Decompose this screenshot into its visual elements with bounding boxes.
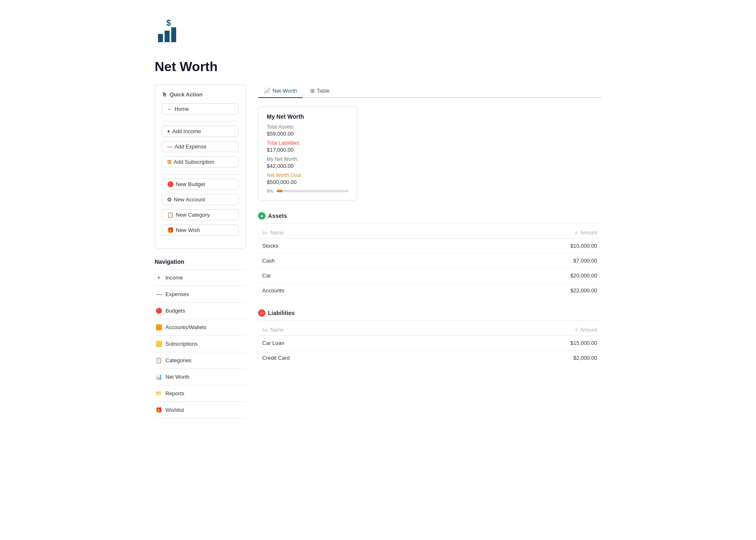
tab-table-icon: ⊞ — [310, 88, 315, 94]
subscriptions-nav-label: Subscriptions — [165, 341, 198, 347]
my-net-worth-value: $42,000.00 — [267, 163, 349, 169]
liabilities-minus-icon: − — [258, 309, 266, 317]
asset-amount-cell: $22,000.00 — [417, 283, 601, 298]
asset-amount-cell: $10,000.00 — [417, 239, 601, 253]
subscriptions-nav-icon: 🟨 — [156, 341, 162, 347]
total-liabilities-label: Total Liabilities: — [267, 140, 349, 146]
nav-divider-income — [155, 286, 246, 286]
assets-table: Aa Name # Amount Stocks $10,000.00 Cash … — [258, 227, 601, 298]
total-assets-value: $59,000.00 — [267, 131, 349, 137]
app-logo: $ — [155, 17, 184, 45]
wishlist-nav-icon: 🎁 — [156, 407, 162, 413]
qa-budget-account-row: 🔴 New Budget ⊙ New Account 📋 New Categor… — [162, 179, 239, 238]
nw-card-title: My Net Worth — [267, 113, 349, 120]
asset-amount-cell: $7,000.00 — [417, 253, 601, 268]
nav-divider-subscriptions — [155, 352, 246, 352]
net-worth-card: My Net Worth Total Assets: $59,000.00 To… — [258, 106, 357, 201]
sidebar-item-expenses[interactable]: — Expenses — [155, 289, 246, 300]
subscription-icon: ⊞ — [167, 159, 172, 165]
asset-name-cell: Accounts — [258, 283, 417, 298]
expenses-nav-label: Expenses — [165, 291, 189, 297]
content-area: 📈 Net-Worth ⊞ Table My Net Worth Total A… — [258, 84, 601, 421]
table-row: Accounts $22,000.00 — [258, 283, 601, 298]
nw-progress-bar — [277, 190, 349, 192]
svg-text:$: $ — [166, 18, 171, 27]
nw-progress-percent: 8% — [267, 189, 273, 194]
new-wish-button[interactable]: 🎁 New Wish — [162, 225, 239, 236]
quick-action-title: 🖱 Quick Action — [162, 91, 239, 98]
categories-nav-icon: 📋 — [156, 357, 162, 363]
qa-home-row: ← Home — [162, 103, 239, 117]
nav-divider-budgets — [155, 319, 246, 319]
sidebar-item-income[interactable]: + Income — [155, 272, 246, 283]
liabilities-name-col-header: Aa Name — [258, 325, 431, 336]
net-worth-goal-value: $500,000.00 — [267, 179, 349, 185]
tab-net-worth-icon: 📈 — [264, 88, 270, 94]
new-category-button[interactable]: 📋 New Category — [162, 209, 239, 220]
sidebar-item-categories[interactable]: 📋 Categories — [155, 355, 246, 366]
table-row: Credit Card $2,000.00 — [258, 351, 601, 366]
qa-income-expense-row: + Add Income — Add Expense ⊞ Add Subscri… — [162, 126, 239, 170]
sidebar-item-subscriptions[interactable]: 🟨 Subscriptions — [155, 338, 246, 349]
add-expense-button[interactable]: — Add Expense — [162, 141, 239, 152]
svg-rect-3 — [171, 27, 176, 42]
quick-action-box: 🖱 Quick Action ← Home + Add Income — [155, 84, 246, 248]
net-worth-goal-label: Net Worth Goal: — [267, 172, 349, 178]
total-assets-label: Total Assets: — [267, 124, 349, 130]
liability-name-cell: Credit Card — [258, 351, 431, 366]
tab-net-worth[interactable]: 📈 Net-Worth — [258, 84, 303, 98]
nav-divider-expenses — [155, 302, 246, 303]
nav-divider — [155, 269, 246, 270]
income-nav-label: Income — [165, 275, 183, 281]
liabilities-section-header: − Liabilities — [258, 309, 601, 320]
nav-divider-net-worth — [155, 385, 246, 385]
assets-plus-icon: + — [258, 212, 266, 220]
add-subscription-button[interactable]: ⊞ Add Subscription — [162, 156, 239, 167]
net-worth-nav-icon: 📊 — [156, 374, 162, 380]
page-title: Net Worth — [155, 59, 601, 74]
table-row: Stocks $10,000.00 — [258, 239, 601, 253]
home-button[interactable]: ← Home — [162, 103, 239, 115]
home-arrow-icon: ← — [167, 106, 172, 112]
reports-nav-icon: 📁 — [156, 390, 162, 397]
expenses-nav-icon: — — [156, 291, 162, 297]
tab-net-worth-label: Net-Worth — [273, 88, 297, 94]
sidebar-item-wishlist[interactable]: 🎁 Wishlist — [155, 404, 246, 416]
assets-name-col-header: Aa Name — [258, 227, 417, 239]
asset-name-cell: Car — [258, 268, 417, 283]
plus-icon: + — [167, 128, 170, 134]
account-icon: ⊙ — [167, 196, 172, 203]
liabilities-section-title: Liabilities — [268, 310, 295, 316]
asset-amount-cell: $20,000.00 — [417, 268, 601, 283]
logo-area: $ — [155, 17, 601, 47]
nav-divider-accounts — [155, 335, 246, 336]
new-budget-button[interactable]: 🔴 New Budget — [162, 179, 239, 190]
liabilities-name-th-icon: Aa — [262, 327, 268, 332]
assets-section-header: + Assets — [258, 212, 601, 223]
my-net-worth-label: My Net Worth: — [267, 156, 349, 162]
sidebar-item-accounts[interactable]: 🟧 Accounts/Wallets — [155, 322, 246, 333]
wish-icon: 🎁 — [167, 227, 174, 233]
nav-divider-reports — [155, 401, 246, 402]
income-nav-icon: + — [156, 275, 162, 281]
qa-divider-2 — [162, 174, 239, 174]
nav-divider-wishlist — [155, 418, 246, 418]
reports-nav-label: Reports — [165, 390, 184, 397]
liabilities-amount-col-header: # Amount — [431, 325, 601, 336]
categories-nav-label: Categories — [165, 357, 191, 363]
table-row: Car Loan $15,000.00 — [258, 336, 601, 351]
liability-amount-cell: $15,000.00 — [431, 336, 601, 351]
add-income-button[interactable]: + Add Income — [162, 126, 239, 137]
budgets-nav-label: Budgets — [165, 308, 185, 314]
accounts-nav-label: Accounts/Wallets — [165, 324, 206, 330]
sidebar-item-budgets[interactable]: 🔴 Budgets — [155, 305, 246, 316]
tab-table[interactable]: ⊞ Table — [304, 84, 335, 98]
nav-title: Navigation — [155, 258, 246, 265]
new-account-button[interactable]: ⊙ New Account — [162, 194, 239, 205]
assets-section-title: Assets — [268, 213, 287, 219]
svg-rect-1 — [158, 34, 163, 42]
quick-action-icon: 🖱 — [162, 91, 167, 98]
budgets-nav-icon: 🔴 — [156, 308, 162, 314]
sidebar-item-net-worth[interactable]: 📊 Net Worth — [155, 371, 246, 382]
sidebar-item-reports[interactable]: 📁 Reports — [155, 388, 246, 399]
